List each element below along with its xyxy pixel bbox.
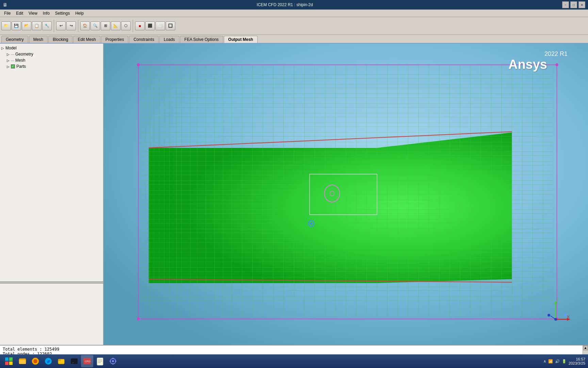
taskbar-app-explorer[interactable]	[16, 355, 29, 367]
ansys-branding: Ansys 2022 R1	[544, 50, 568, 58]
svg-rect-121	[5, 362, 9, 365]
svg-rect-129	[58, 359, 61, 361]
minimize-button[interactable]: −	[562, 1, 569, 8]
taskbar-app-settings[interactable]	[107, 355, 119, 367]
tab-mesh[interactable]: Mesh	[29, 36, 48, 43]
open-button[interactable]: 📁	[1, 21, 11, 30]
svg-point-105	[555, 63, 558, 66]
redo-button[interactable]: ↪	[66, 21, 76, 30]
svg-rect-130	[71, 358, 78, 364]
taskbar-app-browser[interactable]	[29, 355, 42, 367]
svg-point-115	[548, 314, 550, 317]
console-line1: Total elements : 125499	[3, 347, 580, 352]
toolbar-section-1: 📁 💾 📂 📋 🔧	[1, 21, 52, 30]
coordinate-axes: Z X ·	[544, 297, 571, 324]
window-title: ICEM CFD 2022 R1 : shipin-2d	[7, 2, 562, 7]
tree-mesh-icon: ▷	[7, 59, 10, 62]
tree-mesh[interactable]: ▷ — Mesh	[7, 57, 102, 63]
tabbar: Geometry Mesh Blocking Edit Mesh Propert…	[0, 35, 588, 44]
window-controls: − □ ✕	[562, 1, 585, 8]
view-select[interactable]: ⊞	[101, 21, 110, 30]
menu-settings[interactable]: Settings	[52, 10, 72, 16]
scroll-up[interactable]: ▲	[583, 346, 588, 350]
toolbar-section-3: 🏠 🔍 ⊞ 📐 ⬡	[80, 21, 131, 30]
viewport[interactable]: Ansys 2022 R1 Z X ·	[104, 44, 588, 345]
tree-geometry-icon: ▷	[7, 52, 10, 56]
tree-geometry[interactable]: ▷ — Geometry	[7, 51, 102, 57]
maximize-button[interactable]: □	[570, 1, 577, 8]
taskbar-app-files[interactable]	[55, 355, 67, 367]
tree-model[interactable]: ▷ Model	[1, 45, 102, 51]
toolbar: 📁 💾 📂 📋 🔧 ↩ ↪ 🏠 🔍 ⊞ 📐 ⬡ ■ ⬛ ⬜ 🔲	[0, 17, 588, 35]
svg-point-106	[137, 318, 140, 321]
date-display: 2023/3/25	[569, 361, 585, 365]
view-zoom[interactable]: 🔍	[91, 21, 100, 30]
tree-area: ▷ Model ▷ — Geometry ▷ — Mesh ▷ ✓ Parts	[0, 44, 103, 281]
tray-volume[interactable]: 🔊	[555, 359, 560, 364]
tab-edit-mesh[interactable]: Edit Mesh	[73, 36, 100, 43]
taskbar-app-icem[interactable]: CFD	[81, 355, 93, 367]
tab-loads[interactable]: Loads	[159, 36, 179, 43]
menu-help[interactable]: Help	[72, 10, 86, 16]
taskbar-apps: _ CFD	[16, 355, 542, 367]
svg-point-116	[554, 318, 557, 321]
tree-model-label: Model	[5, 46, 17, 50]
tab-properties[interactable]: Properties	[101, 36, 129, 43]
tray-network[interactable]: 📶	[548, 359, 553, 364]
start-button[interactable]	[3, 355, 15, 367]
toolbar-section-2: ↩ ↪	[56, 21, 76, 30]
svg-rect-134	[97, 358, 103, 365]
svg-rect-122	[9, 362, 13, 365]
tool4[interactable]: 📋	[32, 21, 42, 30]
toolbar-section-4: ■ ⬛ ⬜ 🔲	[135, 21, 175, 30]
svg-point-104	[137, 63, 140, 66]
toolbar-sep-1	[54, 20, 54, 32]
tool5[interactable]: 🔧	[42, 21, 52, 30]
tab-output-mesh[interactable]: Output Mesh	[224, 36, 258, 43]
tool3[interactable]: 📂	[22, 21, 31, 30]
tree-parts-label: Parts	[16, 64, 26, 69]
tab-geometry[interactable]: Geometry	[1, 36, 28, 43]
tab-fea[interactable]: FEA Solve Options	[180, 36, 223, 43]
tree-parts[interactable]: ▷ ✓ Parts	[7, 63, 102, 70]
mesh-tool3[interactable]: ⬜	[156, 21, 165, 30]
svg-rect-124	[19, 360, 26, 364]
tray-arrow[interactable]: ∧	[543, 359, 546, 364]
close-button[interactable]: ✕	[578, 1, 585, 8]
tree-mesh-label: Mesh	[15, 58, 25, 63]
taskbar-app-edge[interactable]	[42, 355, 54, 367]
svg-marker-2	[149, 133, 512, 283]
menu-edit[interactable]: Edit	[13, 10, 26, 16]
tab-constraints[interactable]: Constraints	[129, 36, 159, 43]
svg-rect-119	[5, 357, 9, 361]
tab-blocking[interactable]: Blocking	[48, 36, 72, 43]
menubar: File Edit View Info Settings Help	[0, 10, 588, 17]
save-toolbar-button[interactable]: 💾	[12, 21, 21, 30]
view-measure[interactable]: 📐	[111, 21, 120, 30]
svg-point-126	[33, 359, 37, 363]
tree-parts-icon: ▷	[7, 65, 10, 68]
undo-button[interactable]: ↩	[56, 21, 66, 30]
taskbar-tray: ∧ 📶 🔊 🔋 16:57 2023/3/25	[543, 357, 585, 365]
mesh-tool4[interactable]: 🔲	[166, 21, 175, 30]
tree-parts-checkbox[interactable]: ✓	[11, 64, 15, 68]
view-display[interactable]: ⬡	[121, 21, 131, 30]
taskbar-app-notes[interactable]	[94, 355, 106, 367]
tray-battery[interactable]: 🔋	[562, 359, 567, 364]
taskbar-app-terminal[interactable]: _	[68, 355, 80, 367]
mesh-tool1[interactable]: ■	[135, 21, 145, 30]
ansys-brand-name: Ansys	[508, 57, 547, 72]
menu-file[interactable]: File	[1, 10, 13, 16]
svg-text:CFD: CFD	[85, 360, 91, 363]
taskbar-time[interactable]: 16:57 2023/3/25	[569, 357, 585, 365]
mesh-tool2[interactable]: ⬛	[145, 21, 155, 30]
mesh-visualization	[104, 44, 588, 345]
app-icon: 🖥	[3, 2, 7, 7]
menu-view[interactable]: View	[26, 10, 40, 16]
svg-text:X: X	[567, 315, 570, 319]
svg-point-103	[310, 223, 312, 225]
titlebar: 🖥 ICEM CFD 2022 R1 : shipin-2d − □ ✕	[0, 0, 588, 10]
view-home[interactable]: 🏠	[80, 21, 90, 30]
svg-text:Z: Z	[556, 298, 559, 302]
menu-info[interactable]: Info	[40, 10, 52, 16]
